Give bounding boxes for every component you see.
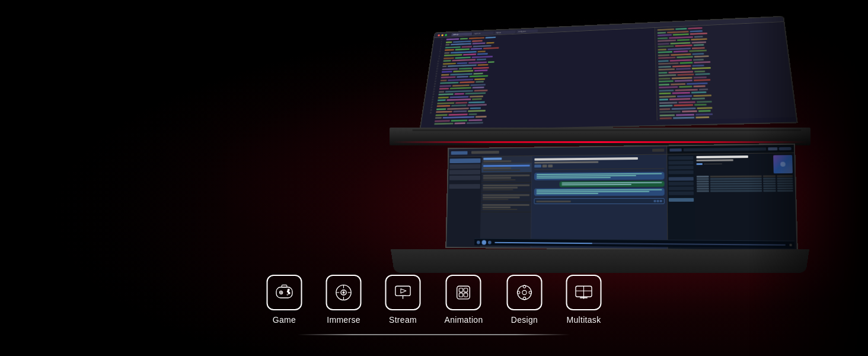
music-sidebar-favorites[interactable] (669, 186, 694, 190)
design-icon-container (506, 275, 542, 310)
chat-bubble-1 (534, 172, 664, 180)
design-icon (513, 282, 535, 303)
svg-rect-23 (464, 288, 468, 292)
music-sidebar-your-fav[interactable] (669, 192, 694, 195)
svg-point-6 (288, 289, 289, 291)
music-sidebar-new-playlist[interactable] (669, 198, 694, 202)
immerse-label: Immerse (327, 315, 360, 325)
svg-point-26 (518, 285, 531, 299)
stream-icon (392, 282, 414, 303)
animation-icon (453, 282, 474, 303)
code-tab-2[interactable]: style.css (473, 31, 494, 35)
music-sidebar-songs[interactable] (668, 161, 693, 164)
email-nav-contacts[interactable] (449, 184, 480, 189)
email-messages (534, 171, 665, 205)
modes-row: Game Immerse (267, 275, 602, 325)
maximize-dot (445, 34, 447, 36)
email-detail (531, 155, 668, 249)
mode-design[interactable]: Design (506, 275, 542, 325)
immerse-icon-container (326, 275, 362, 310)
multitask-label: Multitask (567, 315, 601, 325)
mode-immerse[interactable]: Immerse (326, 275, 362, 325)
music-sidebar (667, 154, 695, 249)
multitask-icon-container (566, 275, 601, 310)
game-icon-container (267, 275, 302, 310)
code-tab-active[interactable]: index.js (451, 32, 472, 36)
music-sidebar-playlists[interactable] (669, 177, 694, 180)
red-accent-line (392, 141, 808, 143)
svg-rect-21 (457, 286, 470, 299)
svg-point-27 (522, 290, 526, 294)
volume-icon[interactable] (789, 243, 792, 246)
music-panel (667, 145, 796, 250)
modes-underline (298, 334, 570, 335)
music-sidebar-discover[interactable] (668, 156, 693, 160)
code-area (432, 28, 657, 126)
svg-point-5 (288, 293, 290, 294)
email-nav-sent[interactable] (449, 170, 480, 174)
animation-icon-container (446, 275, 481, 310)
svg-marker-18 (401, 289, 406, 293)
track-list (697, 175, 793, 192)
minimize-dot (441, 34, 443, 36)
design-label: Design (511, 315, 538, 325)
email-item-4[interactable] (481, 192, 531, 202)
chat-bubble-2 (560, 181, 665, 187)
email-list (480, 156, 532, 247)
mode-stream[interactable]: Stream (385, 275, 421, 325)
mode-animation[interactable]: Animation (445, 275, 483, 325)
email-sidebar (446, 157, 481, 247)
music-content (694, 153, 796, 250)
svg-point-16 (343, 292, 344, 294)
mode-multitask[interactable]: Multitask (566, 275, 601, 325)
mode-game[interactable]: Game (267, 275, 302, 325)
animation-label: Animation (445, 315, 483, 325)
laptop-body (391, 249, 809, 273)
email-panel (446, 147, 668, 249)
now-playing-area (696, 155, 793, 174)
multitask-icon (573, 282, 594, 303)
close-dot (438, 34, 440, 36)
code-tab-4[interactable]: config.json (516, 29, 538, 33)
music-now-playing-artist (696, 159, 733, 161)
email-item-1[interactable] (481, 163, 532, 173)
message-input[interactable] (534, 198, 665, 204)
music-player-controls (694, 239, 794, 249)
progress-bar[interactable] (694, 241, 786, 245)
game-label: Game (273, 315, 296, 325)
music-sidebar-artists[interactable] (668, 166, 693, 169)
music-now-playing-title (696, 155, 748, 158)
svg-rect-24 (459, 293, 463, 297)
chat-bubble-3 (534, 188, 665, 196)
music-sidebar-starred[interactable] (669, 182, 694, 185)
svg-rect-17 (395, 286, 410, 295)
screen-bottom (445, 144, 798, 252)
screen-top: index.js style.css app.py config.json 1 … (419, 16, 798, 132)
email-nav-compose[interactable] (449, 164, 480, 169)
screen-divider (413, 129, 801, 131)
game-icon (274, 282, 295, 303)
stream-icon-container (385, 275, 421, 310)
email-item-2[interactable] (481, 173, 532, 183)
svg-point-7 (287, 294, 288, 295)
stream-label: Stream (389, 315, 417, 325)
music-sidebar-albums[interactable] (668, 170, 693, 174)
email-item-5[interactable] (481, 202, 531, 212)
immerse-icon (333, 282, 355, 303)
svg-rect-22 (459, 288, 463, 292)
email-detail-header (534, 157, 664, 170)
email-item-3[interactable] (481, 183, 531, 193)
svg-rect-25 (464, 293, 468, 297)
code-area-right (655, 22, 796, 120)
email-nav-drafts[interactable] (449, 176, 480, 180)
modes-section: Game Immerse (267, 275, 602, 335)
album-art (773, 155, 793, 173)
email-list-header (481, 156, 531, 163)
code-tab-3[interactable]: app.py (494, 30, 516, 34)
email-nav-inbox[interactable] (449, 158, 480, 163)
